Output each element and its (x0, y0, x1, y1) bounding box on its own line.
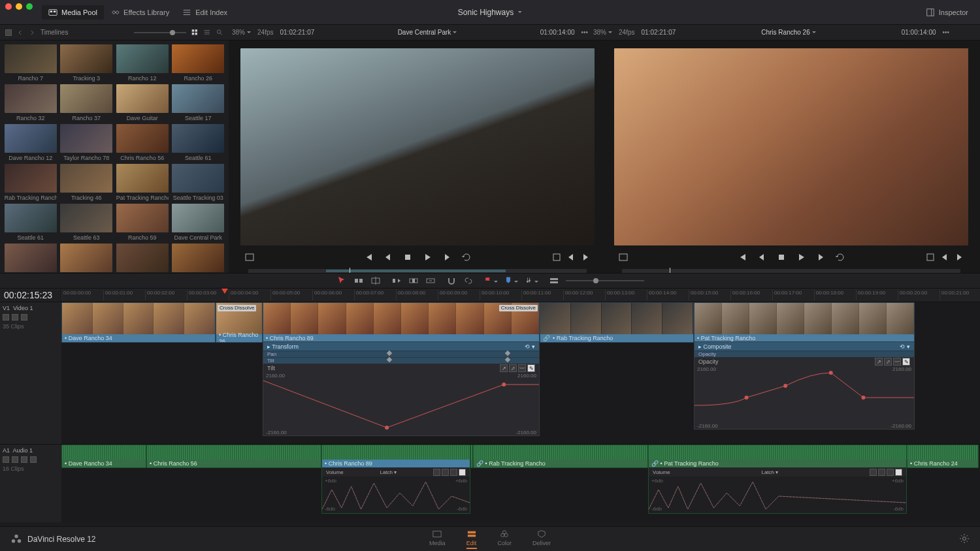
project-title[interactable]: Sonic Highways (458, 8, 522, 17)
trim-tool-icon[interactable] (353, 276, 364, 286)
settings-button[interactable] (949, 533, 980, 545)
video-clip[interactable]: • Chris Rancho 26Cross Dissolve (216, 302, 263, 343)
source-canvas[interactable] (240, 48, 595, 245)
pool-clip[interactable]: Taylor Rancho 78 (60, 124, 114, 161)
rec-go-start-icon[interactable] (737, 252, 747, 262)
src-mode-icon[interactable] (244, 252, 255, 262)
rec-options-icon[interactable]: ••• (943, 29, 950, 36)
flag-menu[interactable] (484, 276, 498, 285)
pool-clip[interactable]: Dave Rancho 12 (4, 124, 57, 161)
pool-clip[interactable]: Dave Guitar (116, 84, 169, 121)
a1-lock-icon[interactable] (12, 456, 18, 463)
replace-icon[interactable] (425, 276, 436, 286)
bin-view-icon[interactable] (5, 29, 12, 36)
video-clip[interactable]: • Dave Rancho 34 (61, 302, 216, 343)
selection-tool-icon[interactable] (336, 276, 347, 286)
match-frame-icon[interactable] (551, 252, 562, 262)
src-zoom[interactable]: 38% (232, 29, 251, 36)
audio-clip[interactable]: • Chris Rancho 56 (146, 445, 321, 468)
edit-index-toggle[interactable]: Edit Index (176, 5, 234, 20)
playhead-indicator[interactable] (221, 289, 228, 294)
video-clip[interactable]: • Pat Tracking Rancho (694, 302, 915, 343)
zoom-window[interactable] (26, 3, 33, 10)
nav-fwd-icon[interactable] (29, 28, 35, 37)
a1-track-strip[interactable]: • Dave Rancho 34• Chris Rancho 56• Chris… (61, 445, 980, 522)
audio-clip[interactable]: • Dave Rancho 34 (61, 445, 146, 468)
pool-clip[interactable]: Rancho 26 (172, 44, 225, 82)
tl-view-icon[interactable] (549, 276, 559, 286)
pool-clip[interactable] (4, 244, 57, 273)
pool-clip[interactable]: Seattle 61 (172, 124, 225, 161)
record-canvas[interactable] (614, 48, 968, 245)
pool-clip[interactable]: Rancho 12 (116, 44, 169, 82)
v1-track-strip[interactable]: • Dave Rancho 34• Chris Rancho 26Cross D… (61, 302, 980, 444)
media-pool-toggle[interactable]: Media Pool (42, 5, 104, 20)
pool-clip[interactable]: Rab Tracking Rancho (4, 164, 57, 201)
v1-lock-icon[interactable] (3, 314, 9, 321)
search-icon[interactable] (216, 28, 223, 37)
video-clip[interactable]: 🔗• Rab Tracking Rancho (540, 302, 694, 343)
pool-clip[interactable]: Rancho 32 (4, 84, 57, 121)
step-back-icon[interactable] (383, 252, 393, 262)
pool-clip[interactable]: Seattle 63 (60, 204, 114, 241)
insert-icon[interactable] (391, 276, 402, 286)
list-view-icon[interactable] (204, 28, 211, 37)
step-fwd-icon[interactable] (442, 252, 452, 262)
rec-match-icon[interactable] (925, 252, 936, 262)
tl-zoom-slider[interactable] (566, 280, 644, 281)
audio-clip[interactable]: • Chris Rancho 89VolumeLatch ▾ +6db+6db … (321, 445, 470, 514)
rec-play-icon[interactable] (796, 252, 806, 262)
rec-mode-icon[interactable] (618, 252, 629, 262)
src-options-icon[interactable]: ••• (581, 29, 589, 36)
pool-clip[interactable]: Tracking 46 (60, 164, 114, 201)
a1-arm-icon[interactable] (30, 456, 37, 463)
keyframe-panel[interactable]: ▸ Composite⟲ ▾ Opacity Opacity↗⬀〰✎ 2160.… (694, 341, 915, 430)
pool-clip[interactable]: Rancho 37 (60, 84, 114, 121)
overwrite-icon[interactable] (408, 276, 419, 286)
effects-library-toggle[interactable]: Effects Library (104, 5, 176, 20)
rec-step-fwd-icon[interactable] (815, 252, 826, 262)
page-media[interactable]: Media (429, 529, 446, 549)
rec-step-back-icon[interactable] (757, 252, 767, 262)
pool-clip[interactable]: Rancho 7 (4, 44, 57, 82)
page-edit[interactable]: Edit (466, 529, 476, 549)
blade-tool-icon[interactable] (370, 276, 381, 286)
rec-in-icon[interactable] (939, 252, 950, 262)
rec-out-icon[interactable] (954, 252, 964, 262)
pool-clip[interactable]: Dave Central Park (172, 204, 225, 241)
video-clip[interactable]: • Chris Rancho 89Cross Dissolve (263, 302, 540, 343)
pool-clip[interactable]: Tracking 3 (60, 44, 114, 82)
page-deliver[interactable]: Deliver (532, 529, 551, 549)
window-controls[interactable] (5, 3, 33, 10)
a1-solo-icon[interactable] (21, 456, 27, 463)
stop-icon[interactable] (402, 252, 413, 262)
grid-view-icon[interactable] (191, 28, 199, 37)
pool-clip[interactable] (172, 244, 225, 273)
a1-mute-icon[interactable] (3, 456, 9, 463)
pool-clip[interactable]: Seattle Tracking 03 (172, 164, 225, 201)
rec-zoom[interactable]: 38% (593, 29, 612, 36)
minimize-window[interactable] (16, 3, 22, 10)
timeline-ruler[interactable]: 00:00:00:0000:00:01:0000:00:02:0000:00:0… (61, 289, 980, 302)
rec-stop-icon[interactable] (776, 252, 787, 262)
nav-back-icon[interactable] (17, 28, 24, 37)
src-clip-name[interactable]: Dave Central Park (398, 29, 457, 36)
audio-clip[interactable]: • Chris Rancho 24 (907, 445, 979, 468)
close-window[interactable] (5, 3, 12, 10)
pool-clip[interactable]: Chris Rancho 56 (116, 124, 169, 161)
rec-clip-name[interactable]: Chris Rancho 26 (761, 29, 815, 36)
page-color[interactable]: Color (497, 529, 512, 549)
v1-solo-icon[interactable] (21, 314, 27, 321)
pool-clip[interactable] (60, 244, 114, 273)
mark-in-icon[interactable] (566, 252, 576, 262)
v1-track-header[interactable]: V1 Video 1 35 Clips (0, 302, 61, 444)
loop-icon[interactable] (461, 252, 472, 262)
thumb-size-slider[interactable] (134, 32, 186, 33)
link-icon[interactable] (463, 276, 474, 286)
snap-icon[interactable] (446, 276, 457, 286)
keyframe-panel[interactable]: ▸ Transform⟲ ▾ Pan Tilt Tilt↗⬀〰✎ 2160.00… (263, 341, 540, 436)
inspector-toggle[interactable]: Inspector (919, 5, 975, 20)
audio-menu[interactable] (525, 276, 538, 285)
pool-clip[interactable] (116, 244, 169, 273)
audio-clip[interactable]: 🔗 • Pat Tracking RanchoVolumeLatch ▾ +6d… (648, 445, 907, 514)
